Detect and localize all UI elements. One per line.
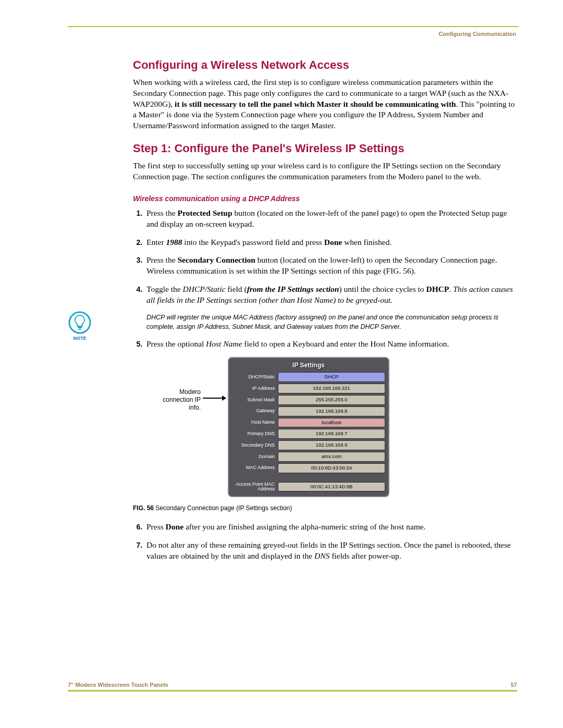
text: into the Keypad's password field and pre… [182,238,324,246]
ip-row-secondary-dns: Secondary DNS192.168.168.9 [232,440,385,450]
text: Press the [146,255,177,264]
caption-text: Secondary Connection page (IP Settings s… [154,504,292,512]
value: 192.168.168.9 [278,440,385,450]
figure-56: Modero connection IP info. IP Settings D… [133,357,516,502]
header-section: Configuring Communication [439,30,516,38]
text-bold: Done [166,522,183,531]
label: MAC Address [232,465,278,470]
text: field to open a Keyboard and enter the H… [242,339,449,348]
label: DHCP/Static [232,375,278,379]
value: 00:10:0D:43:00:24 [278,463,385,473]
value: 192.168.168.221 [278,384,385,393]
text: ) until the choice cycles to [339,285,426,293]
lightbulb-icon [68,311,91,334]
label: Subnet Mask [232,398,278,402]
heading-2: Step 1: Configure the Panel's Wireless I… [133,141,516,156]
label: Domain [232,454,278,459]
value: 00:0C:41:13:4D:9B [278,482,385,492]
step-list-cont2: Press Done after you are finished assign… [133,522,516,562]
note-icon: NOTE [65,311,94,341]
footer: 7" Modero Widescreen Touch Panels 57 [68,681,517,692]
text: fields after power-up. [329,551,401,560]
step-1: Press the Protected Setup button (locate… [144,208,516,230]
ip-row-subnet: Subnet Mask255.255.255.0 [232,395,385,405]
text-bold-italic: 1988 [166,238,182,246]
text: field ( [225,285,247,293]
step-3: Press the Secondary Connection button (l… [144,255,516,277]
text: Toggle the [146,285,183,293]
footer-rule [68,690,517,692]
text: Press [146,522,166,531]
label: Host Name [232,420,278,425]
text-bold: Done [324,238,342,246]
label: Secondary DNS [232,443,278,448]
value: 192.168.168.8 [278,406,385,416]
svg-rect-1 [78,327,82,328]
paragraph-1: When working with a wireless card, the f… [133,77,516,132]
caption-bold: FIG. 56 [133,504,154,512]
text: . [449,285,453,293]
label: IP Address [232,386,278,391]
text: after you are finished assigning the alp… [183,522,425,531]
figure-callout-label: Modero connection IP info. [154,388,201,412]
gap [232,475,385,482]
svg-rect-2 [78,329,81,330]
value: 255.255.255.0 [278,395,385,405]
ip-settings-panel: IP Settings DHCP/StaticDHCP IP Address19… [228,357,389,497]
page-number: 57 [511,681,517,689]
text-italic: DHCP/Static [183,285,226,293]
step-6: Press Done after you are finished assign… [144,522,516,533]
label: Gateway [232,409,278,413]
text-italic: Host Name [206,339,242,348]
text-italic: DNS [314,551,329,560]
ip-row-ap-mac: Access Point MAC Address00:0C:41:13:4D:9… [232,482,385,492]
ip-row-ip: IP Address192.168.168.221 [232,384,385,393]
text: when finished. [342,238,391,246]
value: 192.168.168.7 [278,429,385,439]
note-text: DHCP will register the unique MAC Addres… [133,313,516,331]
figure-caption: FIG. 56 Secondary Connection page (IP Se… [133,504,516,512]
step-7: Do not alter any of these remaining grey… [144,540,516,562]
text: Press the [146,208,177,217]
paragraph-2: The first step to successfully setting u… [133,161,516,182]
value: amx.com [278,452,385,462]
ip-row-hostname: Host Namelocalhost [232,418,385,428]
text-bold: DHCP [426,285,449,293]
note-callout: NOTE DHCP will register the unique MAC A… [133,313,516,331]
footer-line: 7" Modero Widescreen Touch Panels 57 [68,681,517,689]
step-5: Press the optional Host Name field to op… [144,339,516,350]
ip-settings-title: IP Settings [232,360,385,372]
ip-row-mac: MAC Address00:10:0D:43:00:24 [232,463,385,473]
step-list-cont: Press the optional Host Name field to op… [133,339,516,350]
ip-row-dhcp: DHCP/StaticDHCP [232,372,385,382]
step-2: Enter 1988 into the Keypad's password fi… [144,237,516,248]
arrow-icon [203,398,226,399]
text-bold-italic: from the IP Settings section [247,285,339,293]
value: DHCP [278,372,385,382]
note-label: NOTE [65,335,94,341]
ip-row-primary-dns: Primary DNS192.168.168.7 [232,429,385,439]
text-bold: it is still necessary to tell the panel … [175,100,456,108]
subheading: Wireless communication using a DHCP Addr… [133,194,516,204]
content-area: Configuring a Wireless Network Access Wh… [133,57,516,569]
text: Press the optional [146,339,206,348]
top-rule [68,26,519,27]
label: Access Point MAC Address [232,482,278,492]
footer-left: 7" Modero Widescreen Touch Panels [68,681,168,689]
step-list: Press the Protected Setup button (locate… [133,208,516,306]
ip-row-domain: Domainamx.com [232,452,385,462]
value: localhost [278,418,385,428]
text-bold: Secondary Connection [177,255,255,264]
ip-row-gateway: Gateway192.168.168.8 [232,406,385,416]
text-bold: Protected Setup [177,208,232,217]
text: Enter [146,238,166,246]
step-4: Toggle the DHCP/Static field (from the I… [144,284,516,306]
heading-1: Configuring a Wireless Network Access [133,57,516,73]
label: Primary DNS [232,431,278,436]
page: Configuring Communication Configuring a … [0,0,563,728]
